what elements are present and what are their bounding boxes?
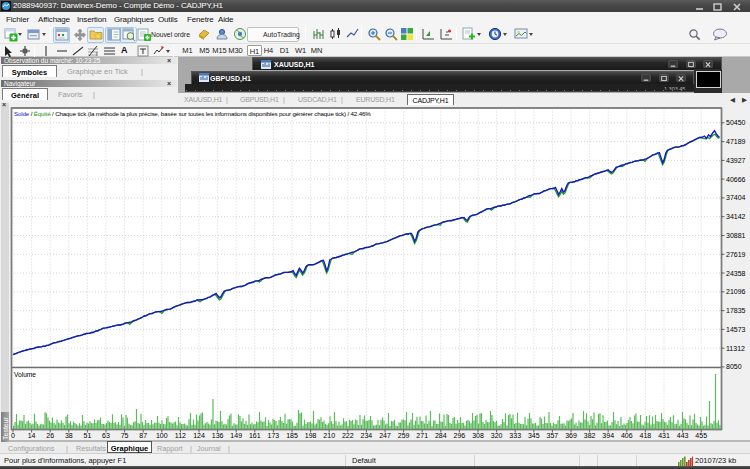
svg-text:234: 234 bbox=[361, 432, 373, 439]
svg-text:8050: 8050 bbox=[726, 363, 742, 370]
svg-text:369: 369 bbox=[565, 432, 577, 439]
svg-text:357: 357 bbox=[547, 432, 559, 439]
svg-text:247: 247 bbox=[379, 432, 391, 439]
svg-text:14: 14 bbox=[28, 432, 36, 439]
svg-text:43927: 43927 bbox=[726, 157, 746, 164]
svg-text:222: 222 bbox=[342, 432, 354, 439]
svg-text:14573: 14573 bbox=[726, 326, 746, 333]
svg-text:50450: 50450 bbox=[726, 119, 746, 126]
svg-text:173: 173 bbox=[268, 432, 280, 439]
svg-text:149: 149 bbox=[230, 432, 242, 439]
svg-text:259: 259 bbox=[398, 432, 410, 439]
svg-text:112: 112 bbox=[175, 432, 186, 439]
svg-text:124: 124 bbox=[193, 432, 205, 439]
svg-text:296: 296 bbox=[454, 432, 466, 439]
svg-text:63: 63 bbox=[102, 432, 110, 439]
svg-text:431: 431 bbox=[658, 432, 670, 439]
svg-text:443: 443 bbox=[677, 432, 689, 439]
svg-text:455: 455 bbox=[695, 432, 707, 439]
svg-text:161: 161 bbox=[249, 432, 261, 439]
svg-text:320: 320 bbox=[491, 432, 503, 439]
svg-text:Volume: Volume bbox=[14, 371, 36, 378]
svg-text:37404: 37404 bbox=[726, 194, 746, 201]
svg-text:345: 345 bbox=[528, 432, 540, 439]
svg-text:136: 136 bbox=[212, 432, 224, 439]
svg-text:11312: 11312 bbox=[726, 345, 745, 352]
svg-text:34142: 34142 bbox=[726, 213, 746, 220]
svg-text:75: 75 bbox=[121, 432, 129, 439]
svg-text:394: 394 bbox=[602, 432, 614, 439]
svg-text:40666: 40666 bbox=[726, 176, 746, 183]
svg-text:38: 38 bbox=[65, 432, 73, 439]
svg-text:30881: 30881 bbox=[726, 232, 746, 239]
svg-text:51: 51 bbox=[84, 432, 92, 439]
svg-text:418: 418 bbox=[640, 432, 652, 439]
svg-text:333: 333 bbox=[509, 432, 521, 439]
svg-text:308: 308 bbox=[472, 432, 484, 439]
svg-text:26: 26 bbox=[46, 432, 54, 439]
svg-text:284: 284 bbox=[435, 432, 447, 439]
svg-text:27619: 27619 bbox=[726, 251, 746, 258]
svg-text:271: 271 bbox=[416, 432, 428, 439]
svg-text:17835: 17835 bbox=[726, 307, 746, 314]
svg-text:185: 185 bbox=[286, 432, 298, 439]
svg-text:Solde / Équité / Chaque tick (: Solde / Équité / Chaque tick (la méthode… bbox=[14, 110, 371, 117]
svg-text:198: 198 bbox=[305, 432, 317, 439]
svg-text:406: 406 bbox=[621, 432, 633, 439]
svg-text:0: 0 bbox=[11, 432, 15, 439]
svg-text:21096: 21096 bbox=[726, 288, 746, 295]
svg-text:382: 382 bbox=[584, 432, 596, 439]
svg-text:210: 210 bbox=[323, 432, 335, 439]
svg-text:47189: 47189 bbox=[726, 138, 746, 145]
svg-text:87: 87 bbox=[139, 432, 147, 439]
svg-text:24358: 24358 bbox=[726, 270, 746, 277]
svg-text:100: 100 bbox=[156, 432, 168, 439]
